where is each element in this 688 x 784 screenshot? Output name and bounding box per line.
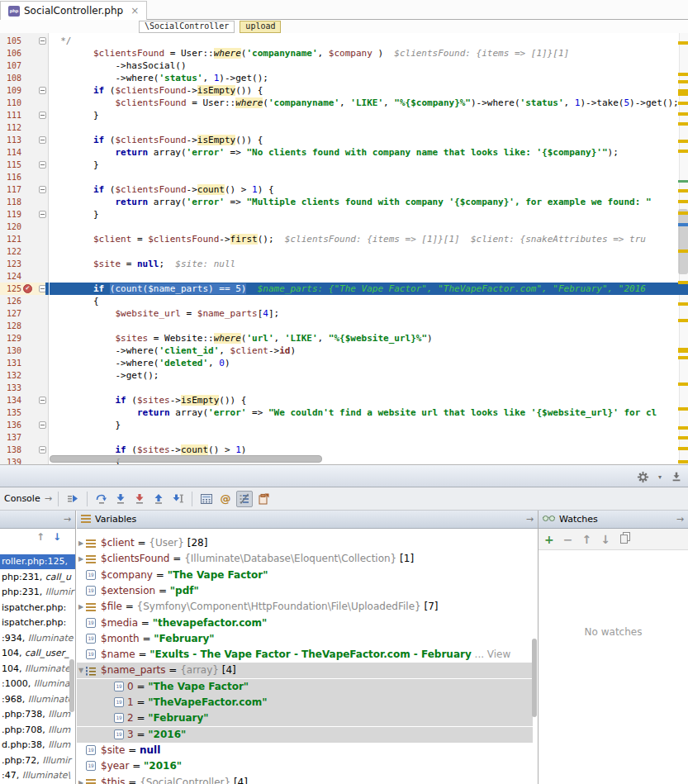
code-line[interactable]: if ($clientsFound->isEmpty()) { — [50, 134, 688, 146]
stack-frame[interactable]: :47, Illuminate\ — [0, 768, 75, 783]
gear-icon[interactable] — [635, 468, 652, 485]
variable-row[interactable]: 19$year = "2016" — [77, 758, 533, 774]
move-watch-down-button[interactable]: ↓ — [600, 534, 610, 545]
pin-icon[interactable]: → — [64, 514, 71, 525]
code-line[interactable] — [50, 171, 688, 183]
step-into-icon[interactable] — [112, 491, 129, 507]
fold-icon[interactable] — [39, 211, 46, 218]
fold-icon[interactable] — [39, 161, 46, 169]
code-line[interactable]: $site = null; $site: null — [50, 258, 688, 270]
force-step-into-icon[interactable] — [131, 491, 148, 507]
stack-frame[interactable]: php:231, call_u — [0, 570, 75, 585]
tree-expander-icon[interactable]: ▶ — [78, 551, 86, 567]
variable-row[interactable]: 19$extension = "pdf" — [77, 583, 533, 599]
code-line[interactable]: return array('error' => "We couldn't fin… — [50, 406, 688, 419]
stack-frame[interactable]: 104, call_user_ — [0, 646, 75, 661]
evaluate-expression-icon[interactable] — [198, 491, 215, 507]
stripe-mark[interactable] — [678, 356, 688, 359]
editor-horizontal-scrollbar[interactable] — [50, 455, 322, 463]
variable-row[interactable]: 19$name = "Exults - The Vape Factor - Th… — [77, 647, 533, 663]
stripe-mark[interactable] — [678, 426, 688, 430]
variable-row[interactable]: ▼$name_parts = {array} [4] — [77, 663, 533, 678]
code-line[interactable]: $website_url = $name_parts[4]; — [50, 307, 688, 320]
stripe-mark[interactable] — [678, 180, 688, 183]
fold-icon[interactable] — [39, 37, 46, 45]
fold-icon[interactable] — [39, 446, 46, 454]
tree-expander-icon[interactable]: ▶ — [78, 535, 86, 551]
stripe-mark[interactable] — [678, 73, 688, 76]
show-execution-point-icon[interactable] — [64, 491, 81, 507]
stripe-mark[interactable] — [678, 89, 688, 96]
breakpoint-icon[interactable]: ✔ — [23, 284, 32, 293]
code-line[interactable]: { — [50, 295, 688, 307]
stripe-mark[interactable] — [678, 122, 688, 126]
code-line[interactable]: ->where('deleted', 0) — [50, 357, 688, 369]
breadcrumb-class[interactable]: \SocialController — [139, 21, 235, 33]
stripe-mark[interactable] — [678, 102, 688, 105]
stack-frame[interactable]: .php:708, Illum — [0, 723, 75, 738]
pin-tab-icon[interactable]: → — [45, 493, 52, 504]
stripe-mark[interactable] — [678, 382, 688, 386]
stack-frame[interactable]: 104, Illuminate — [0, 662, 75, 677]
stripe-mark[interactable] — [678, 41, 688, 45]
code-line[interactable]: } — [50, 159, 688, 171]
code-line[interactable]: } — [50, 109, 688, 121]
run-to-cursor-icon[interactable] — [169, 491, 186, 507]
stripe-mark[interactable] — [678, 189, 688, 192]
tab-socialcontroller[interactable]: php SocialController.php × — [0, 1, 147, 20]
stack-frame[interactable]: ispatcher.php: — [0, 615, 75, 630]
code-line[interactable]: $sites = Website::where('url', 'LIKE', "… — [50, 332, 688, 344]
code-line[interactable]: */ — [50, 35, 688, 47]
code-line[interactable] — [50, 221, 688, 233]
code-line[interactable]: if ($sites->isEmpty()) { — [50, 394, 688, 406]
variable-row[interactable]: ▶$clientsFound = {Illuminate\Database\El… — [77, 551, 533, 567]
editor-vertical-scrollbar[interactable] — [678, 209, 688, 274]
tree-expander-icon[interactable]: ▶ — [78, 775, 86, 784]
stack-frame[interactable]: :968, Illuminate — [0, 692, 75, 707]
stripe-mark[interactable] — [678, 460, 688, 463]
step-out-icon[interactable] — [150, 491, 167, 507]
code-line[interactable]: if ($clientsFound->count() > 1) { — [50, 183, 688, 196]
tree-expander-icon[interactable]: ▶ — [78, 599, 86, 615]
variable-row[interactable]: 192 = "February" — [77, 710, 533, 726]
variable-row[interactable]: ▶$client = {User} [28] — [77, 535, 533, 551]
code-editor[interactable]: 1051061071081091101111121131141151161171… — [0, 33, 688, 464]
stack-frame[interactable]: d.php:38, Illum — [0, 738, 75, 753]
close-tab-icon[interactable]: × — [130, 5, 139, 17]
stripe-mark[interactable] — [678, 302, 688, 306]
fold-icon[interactable] — [39, 186, 46, 193]
code-line[interactable]: if ($clientsFound->isEmpty()) { — [50, 84, 688, 97]
fold-icon[interactable] — [39, 136, 46, 144]
variable-row[interactable]: 19$media = "thevapefactor.com" — [77, 615, 533, 631]
variable-row[interactable]: ▶$file = {Symfony\Component\HttpFoundati… — [77, 599, 533, 615]
tree-expander-icon[interactable]: ▼ — [78, 663, 86, 678]
stripe-mark[interactable] — [678, 436, 688, 440]
stripe-mark[interactable] — [678, 407, 688, 411]
stripe-mark[interactable] — [678, 249, 688, 253]
variable-row[interactable]: 190 = "The Vape Factor" — [77, 679, 533, 695]
code-line[interactable] — [50, 320, 688, 332]
copy-watch-icon[interactable] — [619, 531, 631, 547]
stack-frame[interactable]: ispatcher.php: — [0, 601, 75, 615]
stripe-mark[interactable] — [678, 447, 688, 450]
code-line[interactable] — [50, 121, 688, 134]
stripe-mark[interactable] — [678, 200, 688, 203]
move-watch-up-button[interactable]: ↑ — [581, 534, 591, 545]
code-line[interactable]: return array('error' => "No clients foun… — [50, 146, 688, 159]
variable-row[interactable]: 19$month = "February" — [77, 631, 533, 647]
stripe-mark[interactable] — [678, 140, 688, 143]
code-line[interactable]: if ($sites->count() > 1) — [50, 444, 688, 456]
code-line[interactable]: ->hasSocial() — [50, 59, 688, 72]
code-line[interactable]: ->where('status', 1)->get(); — [50, 72, 688, 84]
code-line[interactable]: $clientsFound = User::where('companyname… — [50, 47, 688, 59]
code-line[interactable] — [50, 245, 688, 258]
add-watch-button[interactable]: + — [544, 534, 554, 545]
stripe-mark[interactable] — [678, 150, 688, 153]
stripe-mark[interactable] — [678, 319, 688, 322]
code-line[interactable]: } — [50, 208, 688, 221]
stack-frame[interactable]: .php:72, Illumir — [0, 753, 75, 768]
variable-row[interactable]: 191 = "TheVapeFactor.com" — [77, 695, 533, 710]
fold-icon[interactable] — [39, 112, 46, 119]
code-line[interactable] — [50, 382, 688, 394]
code-line[interactable]: $clientsFound = User::where('companyname… — [50, 97, 688, 109]
